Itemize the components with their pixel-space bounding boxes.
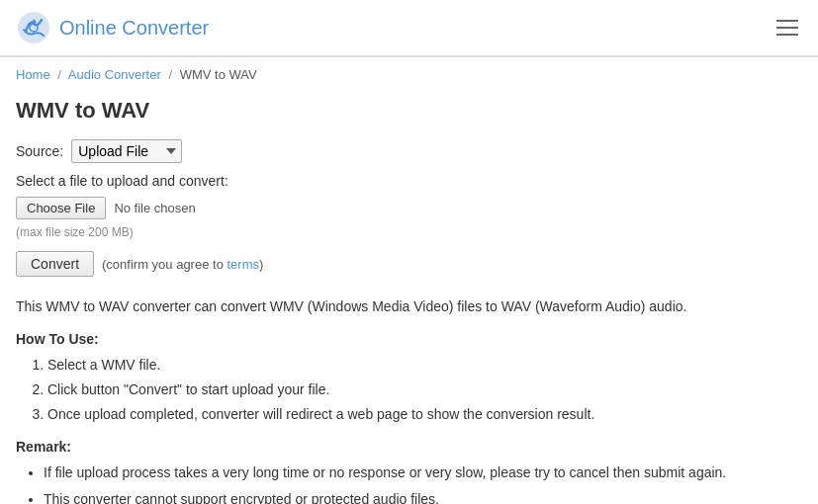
how-to-title: How To Use: (16, 331, 802, 347)
svg-point-0 (18, 12, 49, 43)
source-row: Source: Upload File URL Dropbox Google D… (16, 139, 802, 163)
confirm-close: ) (259, 257, 263, 272)
breadcrumb-current: WMV to WAV (180, 67, 257, 82)
menu-icon[interactable] (773, 16, 802, 40)
breadcrumb-audio-converter[interactable]: Audio Converter (68, 67, 161, 82)
confirm-prefix: (confirm you agree to (102, 257, 227, 272)
remark-title: Remark: (16, 439, 802, 455)
how-to-list: Select a WMV file. Click button "Convert… (16, 355, 802, 425)
breadcrumb: Home / Audio Converter / WMV to WAV (0, 57, 818, 88)
breadcrumb-sep-2: / (168, 67, 172, 82)
description-section: This WMV to WAV converter can convert WM… (16, 296, 802, 504)
remark-list: If file upload process takes a very long… (16, 462, 802, 504)
header: Online Converter (0, 0, 818, 56)
list-item: Once upload completed, converter will re… (47, 404, 802, 425)
breadcrumb-home[interactable]: Home (16, 67, 50, 82)
file-input-row: Choose File No file chosen (16, 197, 802, 219)
source-label: Source: (16, 143, 63, 159)
list-item: Click button "Convert" to start upload y… (47, 379, 802, 400)
source-select[interactable]: Upload File URL Dropbox Google Drive (71, 139, 182, 163)
main-content: WMV to WAV Source: Upload File URL Dropb… (0, 88, 818, 504)
page-title: WMV to WAV (16, 98, 802, 124)
description-text: This WMV to WAV converter can convert WM… (16, 296, 802, 317)
file-label: Select a file to upload and convert: (16, 173, 802, 189)
list-item: Select a WMV file. (47, 355, 802, 376)
logo-icon (16, 10, 51, 45)
logo-container: Online Converter (16, 10, 209, 45)
choose-file-button[interactable]: Choose File (16, 197, 106, 219)
list-item: If file upload process takes a very long… (44, 462, 802, 483)
breadcrumb-sep-1: / (57, 67, 61, 82)
confirm-text: (confirm you agree to terms) (102, 257, 263, 272)
convert-row: Convert (confirm you agree to terms) (16, 251, 802, 277)
logo-text: Online Converter (59, 17, 209, 40)
terms-link[interactable]: terms (227, 257, 259, 272)
max-size-text: (max file size 200 MB) (16, 225, 802, 239)
no-file-text: No file chosen (114, 201, 195, 215)
list-item: This converter cannot support encrypted … (44, 489, 802, 504)
convert-button[interactable]: Convert (16, 251, 94, 277)
